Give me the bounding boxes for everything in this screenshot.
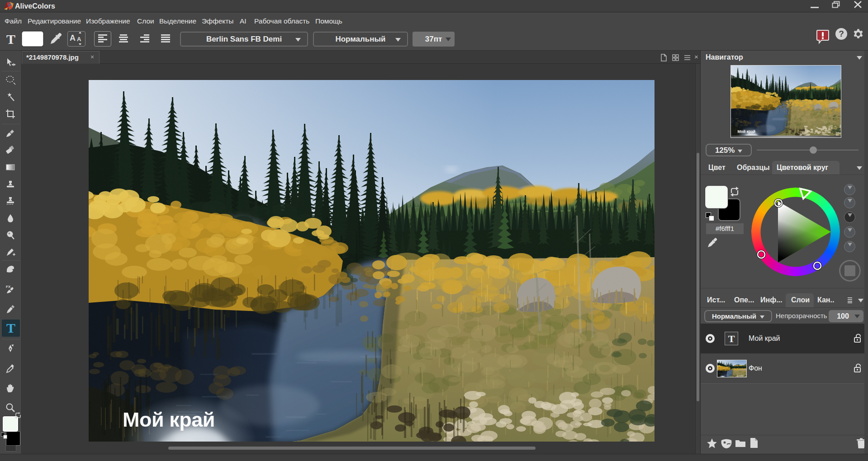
svg-text:FX: FX: [6, 285, 11, 289]
